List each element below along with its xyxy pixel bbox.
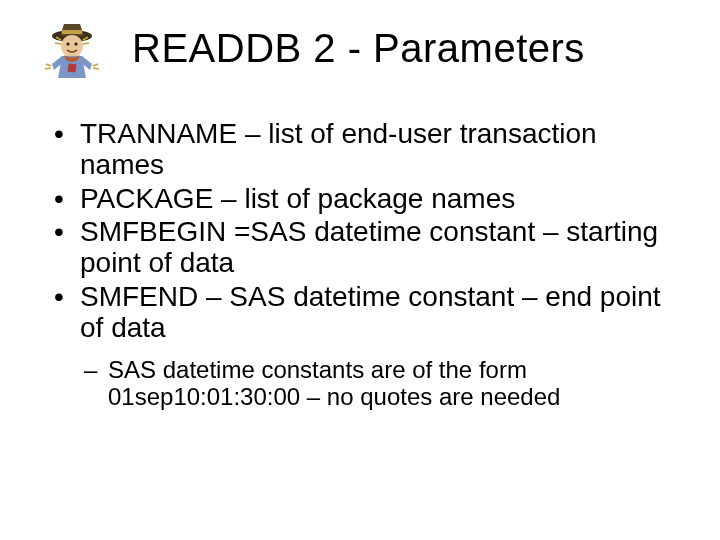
sub-bullet-list: SAS datetime constants are of the form 0… [48, 356, 680, 411]
svg-point-2 [61, 35, 83, 57]
bullet-item: TRANNAME – list of end-user transaction … [48, 118, 680, 181]
bullet-item: SMFBEGIN =SAS datetime constant – starti… [48, 216, 680, 279]
bullet-item: PACKAGE – list of package names [48, 183, 680, 214]
svg-point-4 [74, 42, 77, 45]
slide-content: TRANNAME – list of end-user transaction … [40, 118, 680, 411]
svg-rect-5 [67, 63, 76, 72]
svg-point-3 [66, 42, 69, 45]
slide-header: READDB 2 - Parameters [40, 18, 680, 84]
sub-bullet-item: SAS datetime constants are of the form 0… [48, 356, 680, 411]
svg-rect-1 [62, 30, 82, 34]
slide-title: READDB 2 - Parameters [132, 26, 585, 71]
bullet-list: TRANNAME – list of end-user transaction … [48, 118, 680, 344]
bullet-item: SMFEND – SAS datetime constant – end poi… [48, 281, 680, 344]
scarecrow-icon [40, 20, 104, 84]
